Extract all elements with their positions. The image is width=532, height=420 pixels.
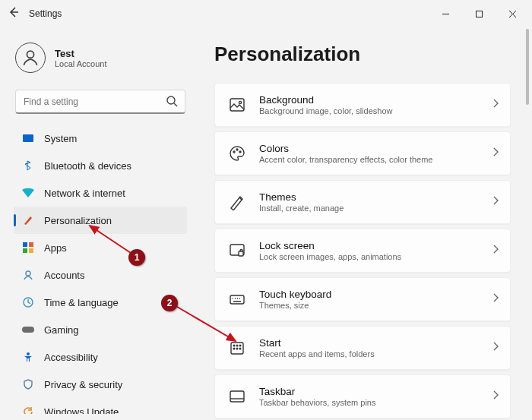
apps-icon: [21, 241, 35, 254]
taskbar-icon: [229, 388, 245, 405]
card-title: Start: [259, 337, 492, 349]
card-touchkeyboard[interactable]: Touch keyboard Themes, size: [214, 277, 511, 321]
svg-point-7: [26, 271, 30, 276]
maximize-button[interactable]: [462, 2, 496, 25]
card-themes[interactable]: Themes Install, create, manage: [214, 180, 511, 224]
nav-label: Windows Update: [44, 406, 119, 415]
svg-point-15: [239, 151, 241, 153]
card-sub: Lock screen images, apps, animations: [259, 252, 492, 261]
gaming-icon: [21, 323, 35, 336]
nav-label: Accounts: [44, 270, 84, 281]
start-icon: [229, 339, 245, 356]
accessibility-icon: [21, 350, 35, 364]
chevron-right-icon: [492, 341, 499, 355]
chevron-right-icon: [492, 98, 499, 112]
nav-network[interactable]: Network & internet: [14, 179, 187, 207]
nav-gaming[interactable]: Gaming: [14, 316, 187, 343]
card-title: Taskbar: [259, 386, 492, 397]
nav-accounts[interactable]: Accounts: [14, 261, 187, 289]
account-block[interactable]: Test Local Account: [14, 36, 193, 84]
page-title: Personalization: [214, 43, 511, 66]
privacy-icon: [21, 377, 35, 391]
svg-point-22: [239, 345, 241, 346]
svg-point-12: [239, 101, 241, 103]
svg-rect-11: [230, 99, 244, 111]
close-button[interactable]: [496, 2, 529, 25]
network-icon: [21, 186, 35, 200]
scrollbar[interactable]: [523, 27, 532, 420]
card-sub: Themes, size: [259, 301, 492, 310]
nav-personalization[interactable]: Personalization: [14, 207, 187, 234]
nav-privacy[interactable]: Privacy & security: [14, 371, 187, 398]
background-icon: [229, 96, 245, 113]
svg-rect-6: [29, 248, 33, 253]
svg-point-24: [236, 348, 238, 349]
keyboard-icon: [229, 291, 245, 308]
nav-accessibility[interactable]: Accessibility: [14, 343, 187, 371]
card-sub: Install, create, manage: [259, 204, 492, 213]
card-title: Touch keyboard: [259, 289, 492, 300]
card-title: Lock screen: [259, 240, 492, 251]
chevron-right-icon: [492, 244, 499, 257]
svg-rect-17: [239, 251, 243, 256]
search-icon: [166, 95, 178, 110]
account-sub: Local Account: [55, 59, 107, 68]
nav-label: Time & language: [44, 297, 119, 308]
svg-point-13: [233, 151, 235, 153]
svg-rect-3: [23, 242, 27, 247]
svg-point-23: [233, 348, 235, 349]
nav-time[interactable]: Time & language: [14, 289, 187, 316]
svg-point-21: [236, 345, 238, 346]
card-background[interactable]: Background Background image, color, slid…: [214, 83, 511, 127]
svg-rect-18: [230, 295, 244, 304]
card-sub: Recent apps and items, folders: [259, 349, 492, 358]
svg-point-25: [239, 348, 241, 349]
svg-point-2: [167, 96, 175, 104]
svg-rect-26: [230, 391, 244, 402]
nav-label: Apps: [44, 242, 67, 254]
system-icon: [21, 131, 35, 145]
nav-label: Personalization: [44, 215, 112, 226]
accounts-icon: [21, 268, 35, 282]
back-button[interactable]: [8, 6, 20, 21]
colors-icon: [229, 145, 245, 162]
card-colors[interactable]: Colors Accent color, transparency effect…: [214, 131, 511, 175]
chevron-right-icon: [492, 147, 499, 160]
nav-apps[interactable]: Apps: [14, 234, 187, 261]
personalization-icon: [21, 213, 35, 227]
svg-rect-4: [29, 242, 33, 247]
card-start[interactable]: Start Recent apps and items, folders: [214, 326, 511, 370]
bluetooth-icon: [21, 159, 35, 172]
nav-label: Privacy & security: [44, 379, 122, 390]
card-title: Background: [259, 94, 492, 106]
nav-system[interactable]: System: [14, 125, 187, 152]
nav-bluetooth[interactable]: Bluetooth & devices: [14, 152, 187, 179]
card-lockscreen[interactable]: Lock screen Lock screen images, apps, an…: [214, 229, 511, 273]
main-pane: Personalization Background Background im…: [198, 27, 532, 420]
window-title: Settings: [29, 8, 62, 19]
nav-list: System Bluetooth & devices Network & int…: [14, 125, 193, 414]
nav-update[interactable]: Windows Update: [14, 398, 187, 414]
themes-icon: [229, 194, 245, 210]
chevron-right-icon: [492, 390, 499, 403]
avatar: [15, 43, 46, 73]
account-name: Test: [55, 48, 107, 59]
card-sub: Accent color, transparency effects, colo…: [259, 155, 492, 164]
minimize-button[interactable]: [429, 2, 462, 25]
lockscreen-icon: [229, 242, 245, 259]
chevron-right-icon: [492, 195, 499, 209]
update-icon: [21, 405, 35, 414]
svg-point-1: [27, 51, 33, 58]
svg-rect-5: [23, 248, 27, 253]
sidebar: Test Local Account System: [0, 27, 198, 420]
search-input[interactable]: [15, 90, 185, 114]
svg-point-20: [233, 345, 235, 346]
svg-point-10: [27, 352, 30, 355]
card-taskbar[interactable]: Taskbar Taskbar behaviors, system pins: [214, 374, 511, 418]
chevron-right-icon: [492, 292, 499, 306]
svg-point-14: [236, 149, 238, 150]
card-sub: Taskbar behaviors, system pins: [259, 398, 492, 407]
card-title: Colors: [259, 143, 492, 154]
nav-label: Accessibility: [44, 352, 98, 363]
nav-label: Bluetooth & devices: [44, 160, 131, 172]
